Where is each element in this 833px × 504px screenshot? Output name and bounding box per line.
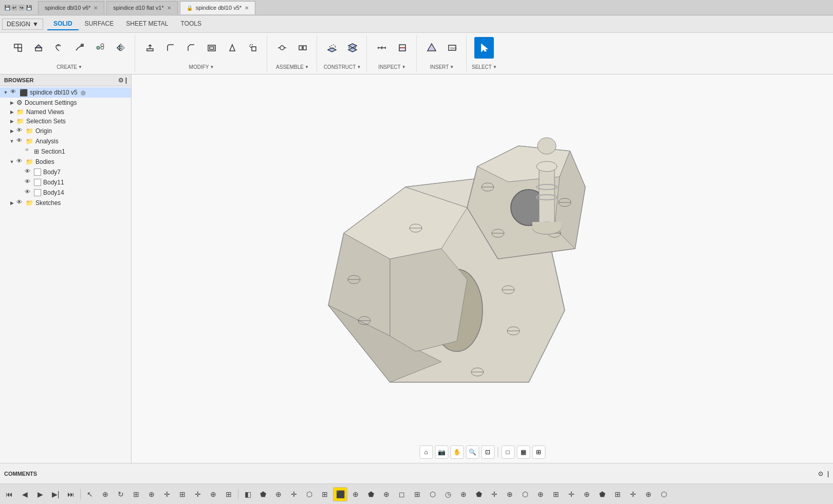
btn-tool-33[interactable]: ⬟ <box>595 487 609 501</box>
btn-tool-10[interactable]: ⊞ <box>221 487 236 501</box>
btn-tool-30[interactable]: ⊞ <box>549 487 563 501</box>
btn-tool-11[interactable]: ◧ <box>240 487 255 501</box>
browser-collapse-icon[interactable]: | <box>125 77 127 84</box>
btn-tool-23[interactable]: ◷ <box>441 487 455 501</box>
tree-item-body11[interactable]: 👁 Body11 <box>0 177 131 188</box>
create-label[interactable]: CREATE ▼ <box>57 64 82 70</box>
btn-tool-15[interactable]: ⬡ <box>302 487 317 501</box>
tab-surface[interactable]: SURFACE <box>79 18 120 30</box>
design-dropdown[interactable]: DESIGN ▼ <box>2 18 43 30</box>
assemble-label[interactable]: ASSEMBLE ▼ <box>276 64 309 70</box>
tree-eye-bodies[interactable]: 👁 <box>16 158 25 166</box>
vp-btn-zoom[interactable]: 🔍 <box>466 445 479 459</box>
tree-eye-section1[interactable]: 👁 <box>25 147 33 156</box>
tab-close-flat[interactable]: ✕ <box>167 5 171 11</box>
vp-btn-display[interactable]: □ <box>501 445 514 459</box>
construct-label[interactable]: CONSTRUCT ▼ <box>324 64 361 70</box>
tree-eye-body14[interactable]: 👁 <box>25 189 33 197</box>
browser-circle-icon[interactable]: ⊙ <box>118 77 123 84</box>
btn-tool-27[interactable]: ⊕ <box>503 487 517 501</box>
vp-btn-zoom-fit[interactable]: ⊡ <box>481 445 494 459</box>
tab-close-v5[interactable]: ✕ <box>245 5 249 11</box>
vp-btn-visual-style[interactable]: ▦ <box>516 445 530 459</box>
btn-tool-28[interactable]: ⬡ <box>518 487 532 501</box>
btn-next-frame[interactable]: ▶| <box>48 487 63 501</box>
tree-eye-origin[interactable]: 👁 <box>16 127 25 135</box>
btn-tool-34[interactable]: ⊞ <box>610 487 625 501</box>
btn-tool-5[interactable]: ⊕ <box>144 487 159 501</box>
insert-label[interactable]: INSERT ▼ <box>430 64 454 70</box>
btn-rotate2[interactable]: ↻ <box>114 487 128 501</box>
btn-revolve[interactable] <box>49 37 69 59</box>
btn-new-component[interactable] <box>8 37 28 59</box>
btn-tool-22[interactable]: ⬡ <box>425 487 440 501</box>
inspect-label[interactable]: INSPECT ▼ <box>378 64 405 70</box>
tree-target-icon[interactable]: ◎ <box>81 89 86 96</box>
tree-eye-root[interactable]: 👁 <box>10 88 18 97</box>
viewport[interactable]: ⌂ 📷 ✋ 🔍 ⊡ □ ▦ ⊞ <box>132 74 833 463</box>
btn-rigid-group[interactable] <box>293 37 312 59</box>
btn-tool-37[interactable]: ⬡ <box>657 487 671 501</box>
comments-collapse-icon[interactable]: | <box>827 470 829 477</box>
btn-pattern[interactable] <box>90 37 110 59</box>
tree-item-doc-settings[interactable]: ▶ ⚙ Document Settings <box>0 98 131 107</box>
btn-tool-7[interactable]: ⊞ <box>175 487 190 501</box>
btn-tool-32[interactable]: ⊕ <box>580 487 594 501</box>
btn-tool-14[interactable]: ✛ <box>287 487 301 501</box>
btn-move[interactable]: ⊕ <box>98 487 113 501</box>
tree-eye-body7[interactable]: 👁 <box>25 168 33 176</box>
btn-measure[interactable] <box>372 37 392 59</box>
tree-item-body7[interactable]: 👁 Body7 <box>0 167 131 177</box>
btn-chamfer[interactable] <box>181 37 201 59</box>
btn-tool-25[interactable]: ⬟ <box>472 487 486 501</box>
tree-item-section1[interactable]: 👁 ⊞ Section1 <box>0 146 131 157</box>
btn-tool-21[interactable]: ⊞ <box>410 487 424 501</box>
btn-tool-9[interactable]: ⊕ <box>206 487 220 501</box>
tree-item-root[interactable]: ▼ 👁 ⬛ spindice dbl10 v5 ◎ <box>0 87 131 98</box>
btn-tool-17[interactable]: ⊕ <box>348 487 363 501</box>
btn-tool-24[interactable]: ⊕ <box>456 487 471 501</box>
btn-tool-6[interactable]: ✛ <box>160 487 174 501</box>
btn-tool-19[interactable]: ⊕ <box>379 487 394 501</box>
tab-spindice-flat[interactable]: spindice d10 flat v1* ✕ <box>106 1 177 14</box>
tree-item-named-views[interactable]: ▶ 📁 Named Views <box>0 107 131 117</box>
vp-btn-grid[interactable]: ⊞ <box>532 445 545 459</box>
btn-insert-mesh[interactable] <box>422 37 441 59</box>
comments-circle-icon[interactable]: ⊙ <box>818 470 823 477</box>
vp-btn-camera[interactable]: 📷 <box>435 445 448 459</box>
btn-tool-20[interactable]: ◻ <box>395 487 409 501</box>
tree-eye-body11[interactable]: 👁 <box>25 178 33 186</box>
tree-item-sketches[interactable]: ▶ 👁 📁 Sketches <box>0 198 131 208</box>
btn-extrude[interactable] <box>29 37 48 59</box>
btn-shell[interactable] <box>202 37 221 59</box>
btn-scale2[interactable]: ⊞ <box>129 487 143 501</box>
btn-tool-26[interactable]: ✛ <box>487 487 502 501</box>
tree-item-bodies[interactable]: ▼ 👁 📁 Bodies <box>0 157 131 167</box>
btn-mirror[interactable] <box>111 37 131 59</box>
btn-insert-svg[interactable]: SVG <box>442 37 462 59</box>
tab-spindice-v5[interactable]: 🔒 spindice dbl10 v5* ✕ <box>180 1 255 14</box>
tab-tools[interactable]: TOOLS <box>175 18 208 30</box>
tree-item-origin[interactable]: ▶ 👁 📁 Origin <box>0 126 131 136</box>
tab-spindice-v6[interactable]: spindice dbl10 v6* ✕ <box>38 1 104 14</box>
btn-tool-29[interactable]: ⊕ <box>533 487 548 501</box>
tab-close-v6[interactable]: ✕ <box>94 5 98 11</box>
btn-tool-35[interactable]: ✛ <box>626 487 640 501</box>
btn-sweep[interactable] <box>70 37 89 59</box>
tree-item-selection-sets[interactable]: ▶ 📁 Selection Sets <box>0 117 131 126</box>
btn-draft[interactable] <box>223 37 242 59</box>
btn-tool-16[interactable]: ⊞ <box>318 487 332 501</box>
btn-joint[interactable] <box>272 37 292 59</box>
tree-eye-analysis[interactable]: 👁 <box>16 137 25 145</box>
tab-sheet-metal[interactable]: SHEET METAL <box>120 18 174 30</box>
btn-prev[interactable]: ◀ <box>17 487 32 501</box>
btn-tool-31[interactable]: ✛ <box>564 487 579 501</box>
btn-skip-end[interactable]: ⏭ <box>64 487 78 501</box>
btn-tool-active[interactable]: ⬛ <box>333 487 347 501</box>
btn-offset-plane[interactable] <box>322 37 342 59</box>
tab-solid[interactable]: SOLID <box>47 18 79 30</box>
btn-tool-13[interactable]: ⊕ <box>271 487 286 501</box>
modify-label[interactable]: MODIFY ▼ <box>189 64 214 70</box>
btn-skip-start[interactable]: ⏮ <box>2 487 16 501</box>
btn-midplane[interactable] <box>343 37 362 59</box>
